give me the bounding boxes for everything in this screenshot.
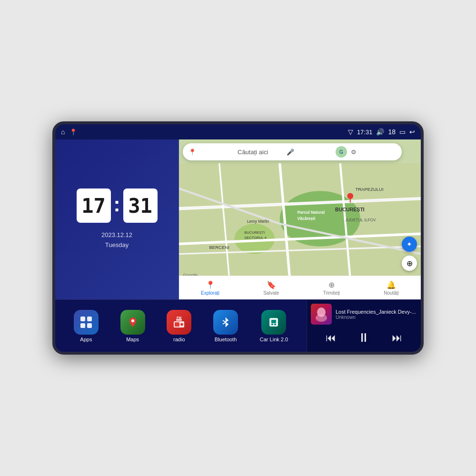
map-bottom-nav: 📍 Explorați 🔖 Salvate ⊕ Trimiteți 🔔 xyxy=(179,276,421,299)
apps-label: Apps xyxy=(80,337,92,342)
volume-icon: 🔊 xyxy=(376,128,384,136)
app-icon-apps[interactable]: Apps xyxy=(74,310,99,342)
svg-point-31 xyxy=(180,323,183,326)
news-icon: 🔔 xyxy=(387,280,396,289)
map-widget[interactable]: 📍 Căutați aici 🎤 G ⚙ xyxy=(179,139,421,299)
music-title: Lost Frequencies_Janieck Devy-... xyxy=(336,309,417,315)
music-play-button[interactable]: ⏸ xyxy=(357,330,370,345)
svg-text:JUDEȚUL ILFOV: JUDEȚUL ILFOV xyxy=(345,218,376,222)
status-time: 17:31 xyxy=(357,129,373,136)
maps-icon xyxy=(126,316,139,329)
carlink-label: Car Link 2.0 xyxy=(260,337,288,342)
signal-icon: ▽ xyxy=(348,128,353,136)
maps-label: Maps xyxy=(126,337,139,342)
map-avatar[interactable]: G xyxy=(336,146,347,158)
send-icon: ⊕ xyxy=(328,280,335,289)
device-frame: ⌂ 📍 ▽ 17:31 🔊 18 ▭ ↩ 17 : xyxy=(52,121,424,355)
svg-rect-27 xyxy=(87,323,92,328)
saved-label: Salvate xyxy=(263,290,279,296)
status-left-icons: ⌂ 📍 xyxy=(61,128,77,136)
map-nav-send[interactable]: ⊕ Trimiteți xyxy=(323,280,340,296)
svg-text:Parcul Natural: Parcul Natural xyxy=(298,210,325,215)
send-label: Trimiteți xyxy=(323,290,340,296)
bluetooth-label: Bluetooth xyxy=(215,337,237,342)
music-thumb-art xyxy=(311,304,332,325)
clock-minute: 31 xyxy=(123,188,158,223)
svg-text:FM: FM xyxy=(177,316,181,319)
app-icon-maps[interactable]: Maps xyxy=(120,310,145,342)
svg-rect-30 xyxy=(175,322,179,327)
map-navigate-button[interactable]: ✦ xyxy=(402,237,417,252)
clock-digits: 17 : 31 xyxy=(77,188,158,223)
svg-text:SECTORUL 4: SECTORUL 4 xyxy=(245,236,267,240)
app-icon-radio[interactable]: FM radio xyxy=(167,310,191,342)
music-prev-button[interactable]: ⏮ xyxy=(326,332,336,344)
map-pin-icon: 📍 xyxy=(188,149,234,156)
radio-label: radio xyxy=(173,337,185,342)
status-right-icons: ▽ 17:31 🔊 18 ▭ ↩ xyxy=(348,128,415,136)
radio-icon: FM xyxy=(172,316,186,329)
music-artist: Unknown xyxy=(336,315,417,320)
map-search-bar[interactable]: 📍 Căutați aici 🎤 G ⚙ xyxy=(183,143,402,160)
map-nav-news[interactable]: 🔔 Noutăți xyxy=(384,280,399,296)
back-icon[interactable]: ↩ xyxy=(409,128,415,136)
news-label: Noutăți xyxy=(384,290,399,296)
home-icon[interactable]: ⌂ xyxy=(61,128,65,136)
svg-text:BERCENI: BERCENI xyxy=(209,245,229,250)
clock-date: 2023.12.12 Tuesday xyxy=(101,230,132,250)
svg-point-40 xyxy=(316,314,327,322)
map-location-button[interactable]: ⊕ xyxy=(402,256,417,271)
app-icons-bar: Apps Maps xyxy=(55,300,307,352)
svg-rect-32 xyxy=(176,319,182,321)
svg-text:Văcărești: Văcărești xyxy=(298,216,316,221)
explore-icon: 📍 xyxy=(206,280,215,289)
screen: ⌂ 📍 ▽ 17:31 🔊 18 ▭ ↩ 17 : xyxy=(55,124,421,352)
carlink-bubble xyxy=(261,310,286,335)
svg-rect-36 xyxy=(271,324,273,325)
clock-colon: : xyxy=(114,193,120,216)
top-section: 17 : 31 2023.12.12 Tuesday 📍 Căutați aic… xyxy=(55,139,421,299)
music-controls: ⏮ ⏸ ⏭ xyxy=(311,328,417,347)
map-nav-saved[interactable]: 🔖 Salvate xyxy=(263,280,279,296)
bluetooth-icon xyxy=(219,316,232,329)
svg-rect-25 xyxy=(87,317,92,321)
maps-bubble xyxy=(120,310,145,335)
apps-icon xyxy=(79,316,93,329)
radio-bubble: FM xyxy=(167,310,191,335)
clock-hour: 17 xyxy=(77,188,111,223)
map-settings-icon[interactable]: ⚙ xyxy=(351,149,396,156)
map-nav-explore[interactable]: 📍 Explorați xyxy=(201,280,219,296)
bluetooth-bubble xyxy=(213,310,238,335)
svg-rect-35 xyxy=(271,320,276,323)
explore-label: Explorați xyxy=(201,290,219,296)
svg-point-28 xyxy=(131,319,134,322)
svg-rect-26 xyxy=(80,323,85,328)
map-mic-icon[interactable]: 🎤 xyxy=(287,149,332,156)
music-thumbnail xyxy=(311,304,332,325)
app-icon-bluetooth[interactable]: Bluetooth xyxy=(213,310,238,342)
main-area: 17 : 31 2023.12.12 Tuesday 📍 Căutați aic… xyxy=(55,139,421,352)
app-icon-carlink[interactable]: Car Link 2.0 xyxy=(260,310,288,342)
battery-icon: ▭ xyxy=(399,128,406,136)
saved-icon: 🔖 xyxy=(267,280,276,289)
carlink-icon xyxy=(267,316,280,329)
status-bar: ⌂ 📍 ▽ 17:31 🔊 18 ▭ ↩ xyxy=(55,124,421,139)
music-info: Lost Frequencies_Janieck Devy-... Unknow… xyxy=(311,304,417,325)
map-svg: TRAPEZULUI BUCUREȘTI JUDEȚUL ILFOV BERCE… xyxy=(179,163,421,279)
svg-text:BUCUREȘTI: BUCUREȘTI xyxy=(335,207,365,212)
clock-widget: 17 : 31 2023.12.12 Tuesday xyxy=(55,139,179,299)
svg-text:TRAPEZULUI: TRAPEZULUI xyxy=(355,187,383,192)
music-player: Lost Frequencies_Janieck Devy-... Unknow… xyxy=(307,300,421,352)
battery-level: 18 xyxy=(388,128,396,136)
svg-text:Leroy Merlin: Leroy Merlin xyxy=(247,219,269,224)
music-next-button[interactable]: ⏭ xyxy=(392,332,402,344)
svg-rect-37 xyxy=(274,324,276,325)
maps-nav-icon[interactable]: 📍 xyxy=(69,129,77,136)
music-text: Lost Frequencies_Janieck Devy-... Unknow… xyxy=(336,309,417,320)
svg-text:BUCUREȘTI: BUCUREȘTI xyxy=(245,230,265,235)
map-search-placeholder[interactable]: Căutați aici xyxy=(238,149,283,156)
apps-bubble xyxy=(74,310,99,335)
bottom-section: Apps Maps xyxy=(55,299,421,352)
svg-rect-24 xyxy=(80,317,85,321)
